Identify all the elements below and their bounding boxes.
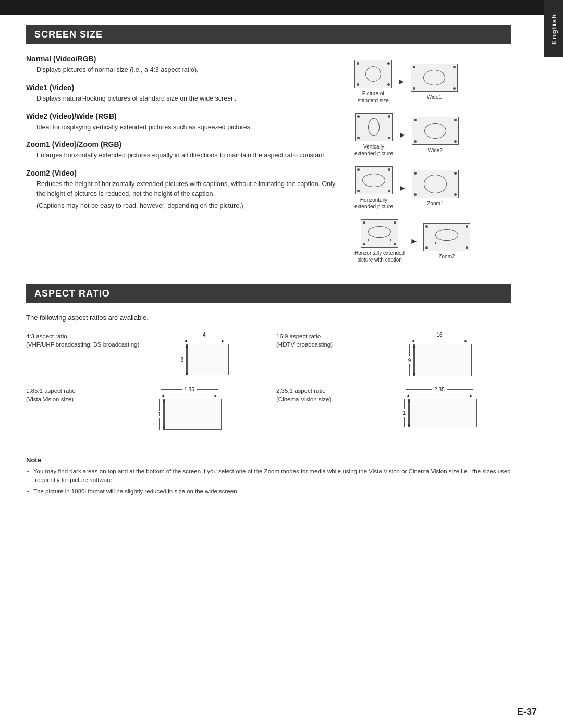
zoom2-screen <box>423 223 470 251</box>
horizontal-screen <box>355 166 393 194</box>
arrow-zoom2: ► <box>410 237 418 246</box>
aspect-235-line2: (Cinema Vision size) <box>276 395 360 403</box>
aspect-169-width: 16 <box>434 332 444 338</box>
screen-diagrams: Picture ofstandard size ► Wide1 <box>354 55 511 268</box>
wide2-text: Ideal for displaying vertically extended… <box>36 122 344 132</box>
aspect-ratio-header: ASPECT RATIO <box>26 284 511 303</box>
arrow-zoom1: ► <box>398 183 407 193</box>
aspect-235-box <box>409 399 477 427</box>
standard-label: Picture ofstandard size <box>358 90 388 104</box>
page-number: E-37 <box>517 707 537 718</box>
standard-screen <box>354 60 392 88</box>
aspect-185-line2: (Vista Vision size) <box>26 395 109 403</box>
zoom1-subsection: Zoom1 (Video)/Zoom (RGB) Enlarges horizo… <box>26 140 344 161</box>
aspect-43-box <box>187 344 229 375</box>
normal-title: Normal (Video/RGB) <box>26 55 344 63</box>
aspect-169-height: 9 <box>407 356 412 364</box>
zoom1-title: Zoom1 (Video)/Zoom (RGB) <box>26 140 344 149</box>
note-section: Note You may find dark areas on top and … <box>26 451 511 496</box>
aspect-185: 1.85:1 aspect ratio (Vista Vision size) … <box>26 387 261 430</box>
horizontal-label: Horizontallyextended picture <box>354 196 393 210</box>
normal-text: Displays pictures of normal size (i.e., … <box>36 65 344 75</box>
aspect-43-label: 4:3 aspect ratio (VHF/UHF broadcasting, … <box>26 332 139 349</box>
screen-size-text: Normal (Video/RGB) Displays pictures of … <box>26 55 344 268</box>
normal-subsection: Normal (Video/RGB) Displays pictures of … <box>26 55 344 75</box>
aspect-185-height: 1 <box>157 411 162 418</box>
wide1-text: Displays natural-looking pictures of sta… <box>36 94 344 104</box>
zoom2-subsection: Zoom2 (Video) Reduces the height of hori… <box>26 169 344 211</box>
aspect-intro: The following aspect ratios are availabl… <box>26 314 511 322</box>
zoom2-title: Zoom2 (Video) <box>26 169 344 177</box>
aspect-169-label: 16:9 aspect ratio (HDTV broadcasting) <box>276 332 360 349</box>
caption-label: Horizontally extendedpicture with captio… <box>354 250 405 263</box>
aspect-43-box-row: 3 ▲ ▼ <box>179 344 229 375</box>
wide1-screen <box>411 64 458 92</box>
aspect-185-box <box>164 399 222 430</box>
aspect-235-height: 1 <box>402 409 407 417</box>
aspect-169-diagram: 16 ◄ ► 9 <box>368 332 511 376</box>
aspect-43-line1: 4:3 aspect ratio <box>26 332 139 340</box>
arrow-wide1: ► <box>397 77 406 87</box>
aspect-185-diagram: 1.85 ◄ ► 1 <box>118 387 261 430</box>
note-item-2: The picture in 1080i format will be slig… <box>26 487 511 496</box>
zoom1-screen <box>412 170 459 198</box>
zoom2-diagram: Horizontally extendedpicture with captio… <box>354 219 511 263</box>
aspect-235-label: 2.35:1 aspect ratio (Cinema Vision size) <box>276 387 360 403</box>
wide2-screen <box>412 117 459 145</box>
arrow-wide2: ► <box>398 130 407 140</box>
aspect-185-line1: 1.85:1 aspect ratio <box>26 387 109 395</box>
zoom1-result-label: Zoom1 <box>427 200 443 207</box>
wide2-title: Wide2 (Video)/Wide (RGB) <box>26 112 344 120</box>
zoom1-text: Enlarges horizontally extended pictures … <box>36 151 344 161</box>
aspect-43-diagram: 4 ◄ ► 3 <box>148 332 261 375</box>
aspect-169-box <box>414 344 472 376</box>
aspect-43: 4:3 aspect ratio (VHF/UHF broadcasting, … <box>26 332 261 376</box>
note-item-1: You may find dark areas on top and at th… <box>26 467 511 485</box>
aspect-185-width: 1.85 <box>182 387 196 392</box>
aspect-grid: 4:3 aspect ratio (VHF/UHF broadcasting, … <box>26 332 511 430</box>
aspect-43-line2: (VHF/UHF broadcasting, BS broadcasting) <box>26 340 139 349</box>
aspect-169-line1: 16:9 aspect ratio <box>276 332 360 340</box>
wide1-result-label: Wide1 <box>427 94 442 101</box>
aspect-169: 16:9 aspect ratio (HDTV broadcasting) 16… <box>276 332 511 376</box>
aspect-169-line2: (HDTV broadcasting) <box>276 340 360 349</box>
vertical-screen <box>355 113 393 141</box>
aspect-235-line1: 2.35:1 aspect ratio <box>276 387 360 395</box>
note-title: Note <box>26 456 511 464</box>
aspect-43-top-arrow: 4 <box>183 332 225 338</box>
aspect-43-height: 3 <box>179 356 185 364</box>
zoom2-text: Reduces the height of horizontally exten… <box>36 179 344 199</box>
wide2-subsection: Wide2 (Video)/Wide (RGB) Ideal for displ… <box>26 112 344 132</box>
screen-size-header: SCREEN SIZE <box>26 25 511 44</box>
caption-screen <box>361 219 398 248</box>
wide1-title: Wide1 (Video) <box>26 83 344 92</box>
wide2-diagram: Verticallyextended picture ► Wide2 <box>354 113 511 157</box>
wide1-subsection: Wide1 (Video) Displays natural-looking p… <box>26 83 344 104</box>
english-label: English <box>550 13 558 45</box>
aspect-185-label: 1.85:1 aspect ratio (Vista Vision size) <box>26 387 109 403</box>
wide1-diagram: Picture ofstandard size ► Wide1 <box>354 60 511 104</box>
aspect-235-width: 2.35 <box>432 387 446 392</box>
aspect-235-diagram: 2.35 ◄ ► 1 <box>368 387 511 427</box>
aspect-ratio-section: ASPECT RATIO The following aspect ratios… <box>26 284 511 430</box>
aspect-235: 2.35:1 aspect ratio (Cinema Vision size)… <box>276 387 511 430</box>
zoom2-result-label: Zoom2 <box>438 253 455 260</box>
zoom2-text2: (Captions may not be easy to read, howev… <box>36 201 344 211</box>
aspect-43-width: 4 <box>201 332 208 338</box>
vertical-label: Verticallyextended picture <box>354 143 393 157</box>
top-bar <box>0 0 563 15</box>
english-tab: English <box>544 0 563 57</box>
wide2-result-label: Wide2 <box>428 147 443 154</box>
zoom1-diagram: Horizontallyextended picture ► Zoom1 <box>354 166 511 210</box>
